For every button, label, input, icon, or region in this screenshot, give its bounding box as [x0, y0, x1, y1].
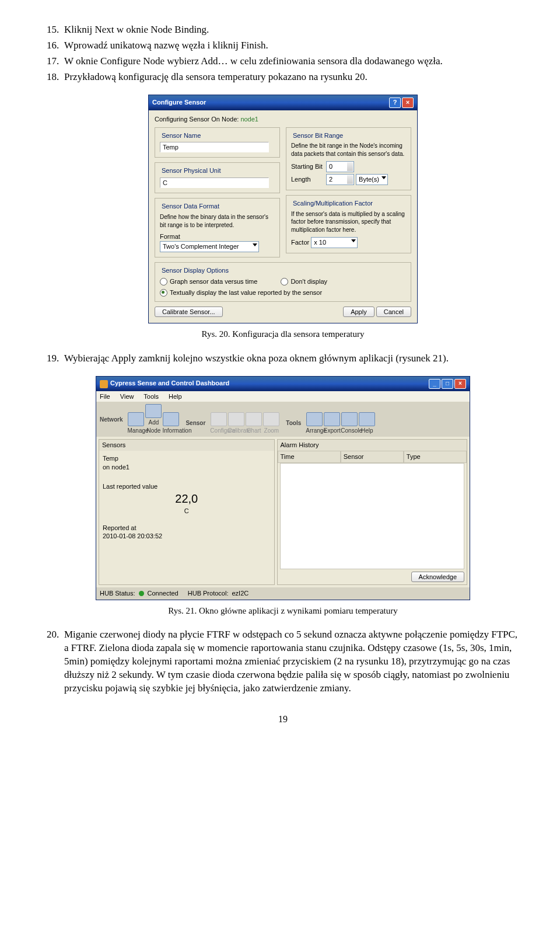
alarm-list	[280, 463, 464, 569]
opt-text: Textually display the last value reporte…	[170, 289, 322, 296]
factor-select[interactable]: x 10	[311, 237, 358, 248]
scaling-group: Scaling/Multiplication Factor	[291, 199, 374, 208]
txt-20: Miganie czerwonej diody na płycie FTRF w…	[64, 628, 519, 695]
acknowledge-button[interactable]: Acknowledge	[411, 572, 464, 582]
caption-fig20: Rys. 20. Konfiguracja dla sensora temper…	[47, 328, 519, 340]
alarm-header: Alarm History	[278, 440, 467, 451]
radio-text[interactable]	[160, 289, 167, 297]
data-format-group: Sensor Data Format	[160, 202, 221, 211]
tb-addnode[interactable]: Add Node	[145, 404, 162, 434]
tb-help[interactable]: Help	[358, 412, 376, 435]
node-name: node1	[240, 116, 258, 123]
txt-15: Kliknij Next w oknie Node Binding.	[64, 23, 519, 37]
txt-19: Wybierając Apply zamknij kolejno wszystk…	[64, 352, 519, 365]
hub-proto-value: ezI2C	[232, 589, 249, 598]
configure-sensor-dialog: Configure Sensor ? × Configuring Sensor …	[148, 95, 418, 324]
col-sensor[interactable]: Sensor	[341, 451, 404, 463]
tb-export[interactable]: Export	[323, 412, 341, 435]
tb-sensor-label: Sensor	[186, 419, 205, 427]
sensors-header: Sensors	[99, 440, 274, 451]
tb-configure: Configure	[210, 412, 228, 435]
col-type[interactable]: Type	[404, 451, 467, 463]
menu-file[interactable]: File	[100, 393, 110, 400]
num-20: 20.	[47, 628, 64, 695]
format-select[interactable]: Two's Complement Integer	[160, 241, 259, 252]
close-icon[interactable]: ×	[402, 98, 414, 108]
close-icon[interactable]: ×	[454, 379, 466, 389]
maximize-icon[interactable]: □	[442, 379, 453, 389]
window-title: Cypress Sense and Control Dashboard	[110, 380, 229, 387]
tb-console[interactable]: Console	[341, 412, 358, 435]
reported-at-label: Reported at	[103, 524, 271, 532]
menu-view[interactable]: View	[120, 393, 134, 400]
sensor-name: Temp	[103, 454, 271, 463]
col-time[interactable]: Time	[278, 451, 341, 463]
phys-unit-group: Sensor Physical Unit	[160, 166, 223, 175]
factor-label: Factor	[291, 239, 309, 246]
num-16: 16.	[47, 39, 64, 53]
page-number: 19	[47, 713, 519, 726]
reported-timestamp: 2010-01-08 20:03:52	[103, 532, 271, 541]
radio-dont[interactable]	[281, 278, 288, 286]
app-icon	[100, 380, 108, 388]
cancel-button[interactable]: Cancel	[376, 307, 411, 317]
opt-graph: Graph sensor data versus time	[170, 278, 257, 285]
radio-graph[interactable]	[160, 278, 167, 286]
startbit-label: Starting Bit	[291, 162, 326, 171]
calibrate-button[interactable]: Calibrate Sensor...	[155, 307, 223, 317]
hub-status-value: Connected	[148, 589, 178, 598]
toolbar: Network Manage Add Node Information Sens…	[96, 402, 470, 437]
hub-status-label: HUB Status:	[100, 589, 135, 598]
menu-help[interactable]: Help	[169, 393, 182, 400]
scaling-desc: If the sensor's data is multiplied by a …	[291, 210, 406, 234]
tb-info[interactable]: Information	[162, 412, 180, 435]
txt-18: Przykładową konfigurację dla sensora tem…	[64, 71, 519, 84]
txt-17: W oknie Configure Node wybierz Add… w ce…	[64, 55, 519, 68]
num-15: 15.	[47, 23, 64, 37]
minimize-icon[interactable]: _	[429, 379, 440, 389]
help-icon[interactable]: ?	[389, 98, 401, 108]
bit-range-group: Sensor Bit Range	[291, 131, 345, 140]
bit-range-desc: Define the bit range in the Node's incom…	[291, 142, 406, 158]
display-options-group: Sensor Display Options	[160, 266, 230, 275]
length-spinner[interactable]: 2	[326, 174, 354, 185]
sensor-name-group: Sensor Name	[160, 131, 202, 140]
tb-calibrate: Calibrate	[228, 412, 245, 435]
apply-button[interactable]: Apply	[343, 307, 374, 317]
sensor-unit: C	[103, 507, 271, 516]
num-17: 17.	[47, 55, 64, 68]
num-18: 18.	[47, 71, 64, 84]
opt-dont: Don't display	[290, 278, 327, 285]
tb-tools-label: Tools	[286, 419, 301, 427]
tb-arrange[interactable]: Arrange	[306, 412, 323, 435]
hub-proto-label: HUB Protocol:	[188, 589, 229, 598]
menubar: File View Tools Help	[96, 391, 470, 402]
txt-16: Wprowadź unikatową nazwę węzła i kliknij…	[64, 39, 519, 53]
caption-fig21: Rys. 21. Okno główne aplikacji z wynikam…	[47, 605, 519, 617]
tb-network-label: Network	[100, 416, 123, 424]
tb-manage[interactable]: Manage	[127, 412, 145, 435]
format-label: Format	[160, 233, 180, 240]
length-label: Length	[291, 175, 326, 184]
startbit-spinner[interactable]: 0	[326, 161, 354, 172]
num-19: 19.	[47, 352, 64, 365]
sensor-name-input[interactable]	[160, 142, 269, 152]
last-reported-label: Last reported value	[103, 482, 271, 491]
menu-tools[interactable]: Tools	[144, 393, 159, 400]
sensor-node: on node1	[103, 463, 271, 472]
tb-chart: Chart	[245, 412, 262, 435]
length-unit-select[interactable]: Byte(s)	[356, 174, 388, 185]
tb-zoom: Zoom	[262, 412, 280, 435]
dialog-title: Configure Sensor	[152, 98, 206, 107]
data-format-desc: Define how the binary data in the sensor…	[160, 213, 275, 229]
cfg-on-label: Configuring Sensor On Node:	[155, 116, 239, 123]
status-led-icon	[139, 591, 144, 596]
sensor-value: 22,0	[103, 491, 271, 507]
unit-input[interactable]	[160, 177, 269, 188]
dashboard-window: Cypress Sense and Control Dashboard _ □ …	[96, 376, 470, 601]
